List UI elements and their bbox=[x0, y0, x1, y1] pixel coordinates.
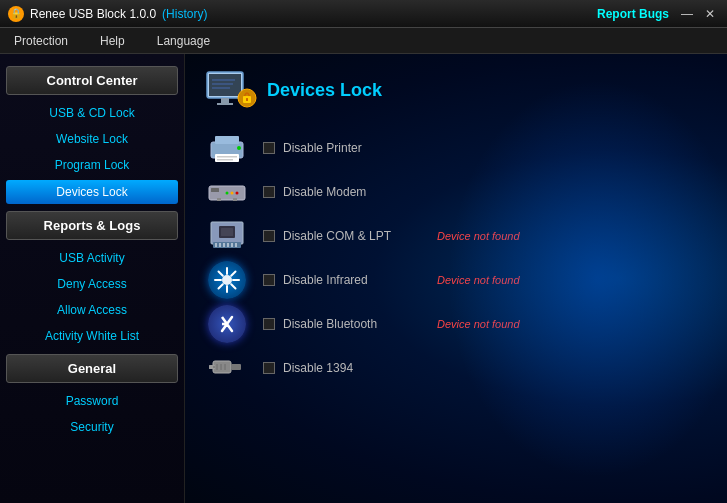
printer-checkbox[interactable] bbox=[263, 142, 275, 154]
sidebar-item-usb-activity[interactable]: USB Activity bbox=[0, 246, 184, 270]
sidebar-item-activity-white-list[interactable]: Activity White List bbox=[0, 324, 184, 348]
sidebar-item-usb-cd-lock[interactable]: USB & CD Lock bbox=[0, 101, 184, 125]
bluetooth-icon bbox=[205, 306, 249, 342]
device-item-printer: Disable Printer bbox=[205, 130, 707, 166]
svg-point-20 bbox=[236, 192, 239, 195]
page-title: Devices Lock bbox=[267, 80, 382, 101]
svg-rect-17 bbox=[211, 188, 219, 192]
sidebar-item-password[interactable]: Password bbox=[0, 389, 184, 413]
bluetooth-status: Device not found bbox=[437, 318, 520, 330]
sidebar: Control Center USB & CD Lock Website Loc… bbox=[0, 54, 185, 503]
sidebar-item-website-lock[interactable]: Website Lock bbox=[0, 127, 184, 151]
title-bar: 🔒 Renee USB Block 1.0.0 (History) Report… bbox=[0, 0, 727, 28]
svg-rect-29 bbox=[231, 243, 233, 247]
svg-point-18 bbox=[226, 192, 229, 195]
device-item-bluetooth: Disable Bluetooth Device not found bbox=[205, 306, 707, 342]
sidebar-item-allow-access[interactable]: Allow Access bbox=[0, 298, 184, 322]
svg-point-19 bbox=[231, 192, 234, 195]
window-controls: — ✕ bbox=[677, 7, 719, 21]
title-bar-right: Report Bugs — ✕ bbox=[597, 7, 719, 21]
sidebar-item-program-lock[interactable]: Program Lock bbox=[0, 153, 184, 177]
infrared-status: Device not found bbox=[437, 274, 520, 286]
menu-protection[interactable]: Protection bbox=[8, 32, 74, 50]
svg-rect-27 bbox=[223, 243, 225, 247]
sidebar-item-security[interactable]: Security bbox=[0, 415, 184, 439]
svg-line-41 bbox=[219, 284, 223, 288]
printer-icon bbox=[205, 130, 249, 166]
history-label: (History) bbox=[162, 7, 207, 21]
com-lpt-label[interactable]: Disable COM & LPT bbox=[263, 229, 423, 243]
reports-logs-header: Reports & Logs bbox=[6, 211, 178, 240]
svg-rect-12 bbox=[215, 154, 239, 162]
page-header: Devices Lock bbox=[205, 70, 707, 110]
menu-language[interactable]: Language bbox=[151, 32, 216, 50]
svg-line-39 bbox=[231, 284, 235, 288]
sidebar-item-devices-lock[interactable]: Devices Lock bbox=[6, 180, 178, 204]
device-item-com-lpt: Disable COM & LPT Device not found bbox=[205, 218, 707, 254]
app-name: Renee USB Block 1.0.0 bbox=[30, 7, 156, 21]
svg-rect-43 bbox=[231, 364, 241, 370]
1394-label[interactable]: Disable 1394 bbox=[263, 361, 423, 375]
device-item-1394: Disable 1394 bbox=[205, 350, 707, 386]
infrared-icon bbox=[205, 262, 249, 298]
svg-rect-14 bbox=[217, 159, 233, 161]
svg-line-38 bbox=[219, 272, 223, 276]
minimize-button[interactable]: — bbox=[677, 7, 697, 21]
svg-rect-11 bbox=[215, 136, 239, 144]
com-lpt-checkbox[interactable] bbox=[263, 230, 275, 242]
svg-point-15 bbox=[237, 146, 241, 150]
svg-line-40 bbox=[231, 272, 235, 276]
svg-rect-6 bbox=[246, 98, 248, 101]
infrared-label[interactable]: Disable Infrared bbox=[263, 273, 423, 287]
svg-rect-22 bbox=[233, 198, 237, 201]
app-icon: 🔒 bbox=[8, 6, 24, 22]
device-item-infrared: Disable Infrared Device not found bbox=[205, 262, 707, 298]
svg-rect-3 bbox=[217, 103, 233, 105]
modem-checkbox[interactable] bbox=[263, 186, 275, 198]
sidebar-item-deny-access[interactable]: Deny Access bbox=[0, 272, 184, 296]
control-center-header: Control Center bbox=[6, 66, 178, 95]
computer-lock-svg bbox=[205, 70, 257, 112]
svg-rect-26 bbox=[219, 243, 221, 247]
device-item-modem: Disable Modem bbox=[205, 174, 707, 210]
modem-icon bbox=[205, 174, 249, 210]
svg-rect-1 bbox=[209, 74, 241, 96]
1394-checkbox[interactable] bbox=[263, 362, 275, 374]
1394-icon bbox=[205, 350, 249, 386]
menu-help[interactable]: Help bbox=[94, 32, 131, 50]
modem-label[interactable]: Disable Modem bbox=[263, 185, 423, 199]
com-lpt-icon bbox=[205, 218, 249, 254]
bluetooth-checkbox[interactable] bbox=[263, 318, 275, 330]
bluetooth-label[interactable]: Disable Bluetooth bbox=[263, 317, 423, 331]
report-bugs-link[interactable]: Report Bugs bbox=[597, 7, 669, 21]
svg-rect-42 bbox=[213, 361, 231, 373]
svg-rect-25 bbox=[215, 243, 217, 247]
svg-rect-30 bbox=[235, 243, 237, 247]
printer-label[interactable]: Disable Printer bbox=[263, 141, 423, 155]
svg-rect-2 bbox=[221, 98, 229, 103]
device-list: Disable Printer bbox=[205, 130, 707, 386]
com-lpt-status: Device not found bbox=[437, 230, 520, 242]
svg-rect-21 bbox=[217, 198, 221, 201]
svg-rect-13 bbox=[217, 156, 237, 158]
main-layout: Control Center USB & CD Lock Website Loc… bbox=[0, 54, 727, 503]
general-header: General bbox=[6, 354, 178, 383]
content-area: Devices Lock Disable bbox=[185, 54, 727, 503]
title-bar-left: 🔒 Renee USB Block 1.0.0 (History) bbox=[8, 6, 207, 22]
close-button[interactable]: ✕ bbox=[701, 7, 719, 21]
menu-bar: Protection Help Language bbox=[0, 28, 727, 54]
devices-lock-header-icon bbox=[205, 70, 255, 110]
svg-rect-28 bbox=[227, 243, 229, 247]
svg-rect-32 bbox=[221, 228, 233, 236]
infrared-checkbox[interactable] bbox=[263, 274, 275, 286]
